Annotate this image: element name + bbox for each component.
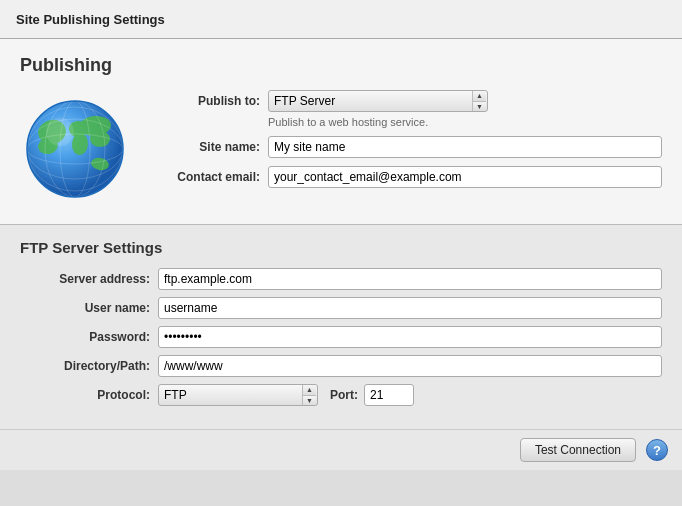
server-address-input[interactable] [158, 268, 662, 290]
publishing-section: Publishing [0, 39, 682, 225]
site-name-label: Site name: [140, 140, 260, 154]
header: Site Publishing Settings [0, 0, 682, 39]
user-name-input[interactable] [158, 297, 662, 319]
protocol-stepper-down[interactable]: ▼ [303, 396, 316, 406]
site-name-input[interactable] [268, 136, 662, 158]
publish-to-label: Publish to: [140, 94, 260, 108]
publishing-content: Publish to: FTP Server Amazon S3 Local F… [20, 90, 662, 204]
protocol-select-wrapper: FTP SFTP FTPS ▲ ▼ [158, 384, 318, 406]
globe-icon [20, 94, 130, 204]
port-input[interactable] [364, 384, 414, 406]
contact-email-input[interactable] [268, 166, 662, 188]
user-name-row: User name: [20, 297, 662, 319]
stepper-arrows: ▲ ▼ [472, 91, 486, 111]
ftp-section: FTP Server Settings Server address: User… [0, 225, 682, 429]
test-connection-button[interactable]: Test Connection [520, 438, 636, 462]
directory-row: Directory/Path: [20, 355, 662, 377]
protocol-select[interactable]: FTP SFTP FTPS [158, 384, 318, 406]
protocol-row: Protocol: FTP SFTP FTPS ▲ ▼ Port: [20, 384, 662, 406]
password-row: Password: [20, 326, 662, 348]
password-input[interactable] [158, 326, 662, 348]
publish-hint: Publish to a web hosting service. [268, 116, 662, 128]
server-address-row: Server address: [20, 268, 662, 290]
ftp-heading: FTP Server Settings [20, 239, 662, 256]
stepper-down-button[interactable]: ▼ [473, 102, 486, 112]
page-title: Site Publishing Settings [16, 12, 165, 27]
contact-email-label: Contact email: [140, 170, 260, 184]
publishing-heading: Publishing [20, 55, 662, 76]
user-name-label: User name: [20, 301, 150, 315]
help-button[interactable]: ? [646, 439, 668, 461]
protocol-label: Protocol: [20, 388, 150, 402]
stepper-up-button[interactable]: ▲ [473, 91, 486, 102]
server-address-label: Server address: [20, 272, 150, 286]
directory-label: Directory/Path: [20, 359, 150, 373]
directory-input[interactable] [158, 355, 662, 377]
publishing-form: Publish to: FTP Server Amazon S3 Local F… [140, 90, 662, 196]
svg-point-7 [90, 131, 110, 147]
publish-to-row: Publish to: FTP Server Amazon S3 Local F… [140, 90, 662, 112]
publish-to-select[interactable]: FTP Server Amazon S3 Local Folder [268, 90, 488, 112]
protocol-stepper-arrows: ▲ ▼ [302, 385, 316, 405]
site-name-row: Site name: [140, 136, 662, 158]
publish-to-select-wrapper: FTP Server Amazon S3 Local Folder ▲ ▼ [268, 90, 488, 112]
port-label: Port: [330, 388, 358, 402]
bottom-bar: Test Connection ? [0, 429, 682, 470]
password-label: Password: [20, 330, 150, 344]
svg-point-14 [46, 118, 74, 146]
protocol-stepper-up[interactable]: ▲ [303, 385, 316, 396]
contact-email-row: Contact email: [140, 166, 662, 188]
